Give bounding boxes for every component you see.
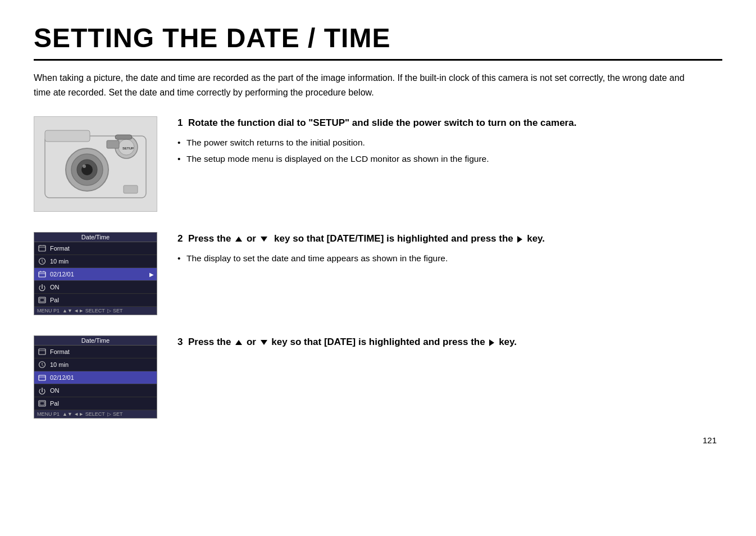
menu-screen-2: Date/Time Format 10 min bbox=[34, 335, 157, 419]
svg-point-6 bbox=[83, 165, 86, 168]
svg-text:SETUP: SETUP bbox=[122, 147, 134, 150]
step-1-image: SETUP bbox=[34, 116, 157, 212]
menu-row-10min-2: 10 min bbox=[34, 358, 157, 371]
step-3-title: 3 Press the or key so that [DATE] is hig… bbox=[177, 335, 722, 349]
step-1-bullets: The power switch returns to the initial … bbox=[177, 136, 722, 166]
key-up-icon-3 bbox=[235, 340, 242, 345]
intro-text: When taking a picture, the date and time… bbox=[34, 71, 696, 99]
menu-row-pal: Pal bbox=[34, 294, 157, 307]
menu-header-1: Date/Time bbox=[34, 233, 157, 242]
menu-screen-2-wrapper: Date/Time Format 10 min bbox=[34, 335, 157, 419]
step-2-content: 2 Press the or key so that [DATE/TIME] i… bbox=[177, 232, 722, 268]
step-2-row: Date/Time Format 10 min bbox=[34, 232, 722, 315]
menu-screen-1: Date/Time Format 10 min bbox=[34, 232, 157, 315]
key-right-icon-3 bbox=[489, 339, 494, 346]
svg-rect-24 bbox=[40, 402, 44, 405]
key-right-icon-2 bbox=[517, 236, 522, 243]
svg-rect-10 bbox=[115, 135, 132, 139]
camera-illustration: SETUP bbox=[34, 116, 157, 212]
step-2-bullet-1: The display to set the date and time app… bbox=[177, 252, 722, 265]
svg-rect-19 bbox=[39, 349, 45, 355]
menu-row-format-2: Format bbox=[34, 346, 157, 358]
key-up-icon-2 bbox=[235, 237, 242, 242]
step-1-bullet-1: The power switch returns to the initial … bbox=[177, 136, 722, 149]
step-1-bullet-2: The setup mode menu is displayed on the … bbox=[177, 152, 722, 165]
page-number: 121 bbox=[34, 435, 722, 445]
svg-rect-13 bbox=[39, 246, 45, 251]
svg-rect-11 bbox=[124, 185, 138, 193]
svg-rect-18 bbox=[40, 298, 44, 302]
menu-header-2: Date/Time bbox=[34, 336, 157, 346]
svg-rect-15 bbox=[39, 272, 45, 277]
step-2-bullets: The display to set the date and time app… bbox=[177, 252, 722, 265]
menu-row-on-2: ON bbox=[34, 384, 157, 397]
menu-row-date: 02/12/01 ▶ bbox=[34, 268, 157, 281]
svg-rect-12 bbox=[107, 140, 119, 148]
step-1-row: SETUP 1 Rotate the function dial to "SET… bbox=[34, 116, 722, 212]
step-3-content: 3 Press the or key so that [DATE] is hig… bbox=[177, 335, 722, 355]
svg-rect-1 bbox=[45, 130, 90, 142]
step-3-image: Date/Time Format 10 min bbox=[34, 335, 157, 419]
page-title: SETTING THE DATE / TIME bbox=[34, 22, 722, 61]
step-2-title: 2 Press the or key so that [DATE/TIME] i… bbox=[177, 232, 722, 246]
steps-container: SETUP 1 Rotate the function dial to "SET… bbox=[34, 116, 722, 419]
step-3-row: Date/Time Format 10 min bbox=[34, 335, 722, 419]
svg-rect-21 bbox=[39, 375, 45, 380]
menu-footer-2: MENU P1 ▲▼ ◄► SELECT ▷ SET bbox=[34, 410, 157, 418]
menu-row-10min: 10 min bbox=[34, 255, 157, 268]
menu-row-date-2: 02/12/01 Date ▶ Time bbox=[34, 371, 157, 384]
menu-row-pal-2: Pal bbox=[34, 397, 157, 410]
step-1-title: 1 Rotate the function dial to "SETUP" an… bbox=[177, 116, 722, 130]
menu-footer-1: MENU P1 ▲▼ ◄► SELECT ▷ SET bbox=[34, 307, 157, 315]
step-2-image: Date/Time Format 10 min bbox=[34, 232, 157, 315]
menu-row-on: ON bbox=[34, 281, 157, 294]
key-down-icon-3 bbox=[261, 340, 267, 345]
step-1-content: 1 Rotate the function dial to "SETUP" an… bbox=[177, 116, 722, 169]
menu-row-format: Format bbox=[34, 242, 157, 255]
key-down-icon-2 bbox=[261, 237, 267, 242]
